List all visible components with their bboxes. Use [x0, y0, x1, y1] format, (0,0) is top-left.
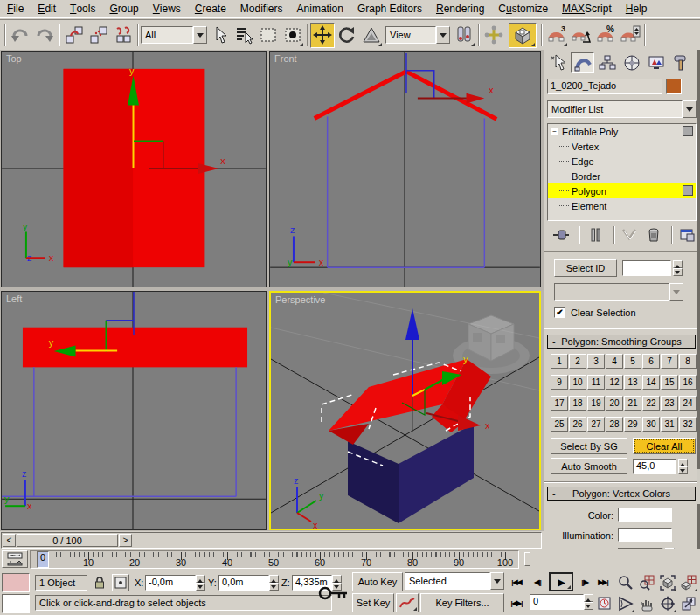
house-wireframe-front[interactable] — [328, 116, 485, 267]
tab-hierarchy[interactable] — [595, 52, 619, 73]
track-bar-splitter[interactable] — [524, 552, 530, 566]
set-keys-button[interactable] — [316, 576, 350, 611]
smoothing-group-32[interactable]: 32 — [679, 417, 697, 432]
smoothing-group-5[interactable]: 5 — [624, 354, 641, 369]
viewport-perspective[interactable]: Perspective — [269, 291, 541, 530]
auto-key-button[interactable]: Auto Key — [352, 572, 403, 591]
select-id-field[interactable] — [622, 260, 671, 276]
smoothing-group-22[interactable]: 22 — [642, 396, 660, 411]
stack-item-polygon[interactable]: Polygon — [548, 183, 696, 198]
smoothing-group-11[interactable]: 11 — [587, 375, 605, 390]
key-mode-toggle[interactable]: |◀▶| — [507, 594, 526, 612]
smoothing-group-28[interactable]: 28 — [606, 417, 623, 432]
smoothing-group-24[interactable]: 24 — [679, 396, 697, 411]
material-id-arrow[interactable] — [669, 283, 683, 301]
time-slider-handle[interactable]: 0 / 100 — [17, 534, 118, 547]
smoothing-group-9[interactable]: 9 — [551, 375, 568, 390]
smoothing-group-16[interactable]: 16 — [679, 375, 697, 390]
open-mini-curve-editor-button[interactable] — [2, 550, 28, 568]
menu-maxscript[interactable]: MAXScript — [555, 0, 619, 18]
y-spinner[interactable] — [269, 575, 279, 591]
select-by-name-button[interactable] — [232, 23, 256, 48]
smoothing-group-3[interactable]: 3 — [587, 354, 605, 369]
angle-snap-toggle-button[interactable] — [569, 23, 593, 48]
smoothing-group-2[interactable]: 2 — [569, 354, 586, 369]
menu-modifiers[interactable]: Modifiers — [233, 0, 290, 18]
smoothing-group-7[interactable]: 7 — [661, 354, 678, 369]
viewport-label-perspective[interactable]: Perspective — [275, 294, 325, 305]
smoothing-group-26[interactable]: 26 — [569, 417, 586, 432]
modifier-stack-list[interactable]: −Editable PolyVertexEdgeBorderPolygonEle… — [547, 123, 697, 221]
select-and-move-button[interactable] — [310, 23, 335, 48]
previous-frame-arrow[interactable]: < — [3, 534, 16, 547]
spinner-down-icon[interactable] — [673, 268, 683, 276]
default-tangents-button[interactable] — [396, 593, 419, 612]
frame-spinner[interactable] — [584, 594, 593, 610]
viewport-label-front[interactable]: Front — [274, 53, 297, 64]
smoothing-group-20[interactable]: 20 — [606, 396, 623, 411]
time-slider-track[interactable]: < 0 / 100 > — [1, 532, 542, 549]
tab-modify[interactable] — [571, 52, 594, 73]
scrollbar-handle[interactable] — [697, 469, 700, 504]
current-frame-marker[interactable]: 0 — [37, 551, 49, 568]
x-spinner[interactable] — [196, 575, 205, 591]
arc-rotate-button[interactable] — [657, 594, 677, 613]
menu-tools[interactable]: Tools — [63, 0, 102, 18]
smoothing-group-17[interactable]: 17 — [551, 396, 568, 411]
y-coordinate-field[interactable]: 0,0m — [218, 575, 269, 591]
viewport-label-top[interactable]: Top — [6, 53, 22, 64]
pin-stack-button[interactable] — [551, 226, 572, 244]
house-model[interactable] — [329, 359, 491, 523]
selection-lock-toggle[interactable] — [91, 575, 108, 591]
select-and-scale-button[interactable] — [359, 23, 384, 48]
show-end-result-button[interactable] — [586, 226, 606, 244]
spinner-up-icon[interactable] — [584, 594, 593, 602]
select-and-manipulate-button[interactable] — [482, 23, 506, 48]
modifier-list-arrow[interactable] — [683, 100, 697, 118]
stack-item-vertex[interactable]: Vertex — [548, 139, 696, 154]
x-coordinate-field[interactable]: -0,0m — [145, 575, 196, 591]
field-of-view-button[interactable] — [615, 594, 635, 613]
next-frame-arrow[interactable]: > — [119, 534, 132, 547]
go-to-end-button[interactable]: ▶▶| — [594, 573, 612, 591]
viewport-top[interactable]: Top y x — [1, 51, 267, 287]
select-object-button[interactable] — [207, 23, 232, 48]
vertex-color-swatch[interactable] — [618, 508, 672, 522]
rollout-smoothing-groups[interactable]: - Polygon: Smoothing Groups — [547, 335, 696, 349]
menu-graph-editors[interactable]: Graph Editors — [350, 0, 429, 18]
snaps-toggle-3-button[interactable]: 3 — [544, 23, 569, 48]
smoothing-group-31[interactable]: 31 — [661, 417, 678, 432]
smoothing-group-13[interactable]: 13 — [624, 375, 641, 390]
percent-snap-toggle-button[interactable]: % — [593, 23, 618, 48]
clear-selection-checkbox[interactable]: ✔ — [554, 307, 565, 318]
zoom-all-button[interactable] — [636, 573, 656, 592]
viewport-label-left[interactable]: Left — [6, 294, 22, 304]
stack-item-element[interactable]: Element — [548, 198, 696, 213]
smoothing-group-4[interactable]: 4 — [606, 354, 623, 369]
select-id-spinner[interactable] — [673, 260, 683, 276]
smoothing-group-30[interactable]: 30 — [642, 417, 660, 432]
pan-view-button[interactable] — [636, 594, 656, 613]
menu-rendering[interactable]: Rendering — [429, 0, 491, 18]
top-viewport-canvas[interactable]: y x y z x — [2, 52, 266, 287]
bind-to-space-warp-button[interactable] — [111, 23, 135, 48]
set-key-button[interactable]: Set Key — [352, 593, 394, 612]
tab-utilities[interactable] — [669, 52, 692, 73]
spinner-down-icon[interactable] — [678, 466, 688, 474]
object-name-field[interactable]: 1_0200_Tejado — [547, 79, 662, 94]
smoothing-group-29[interactable]: 29 — [624, 417, 641, 432]
house-wireframe-left[interactable] — [2, 367, 236, 496]
selection-filter-arrow[interactable] — [193, 26, 207, 44]
tab-motion[interactable] — [620, 52, 643, 73]
maxscript-listener-pane[interactable] — [2, 594, 30, 613]
previous-frame-button[interactable]: ◀|| — [528, 573, 547, 591]
key-filter-selection-dropdown[interactable]: Selected — [405, 572, 504, 590]
smoothing-group-21[interactable]: 21 — [624, 396, 641, 411]
perspective-viewport-canvas[interactable]: y x z y x — [271, 293, 539, 529]
absolute-mode-transform-toggle[interactable] — [112, 574, 129, 591]
current-frame-field[interactable]: 0 — [530, 594, 584, 610]
menu-animation[interactable]: Animation — [290, 0, 350, 18]
reference-coordinate-dropdown[interactable]: View — [385, 26, 450, 44]
stack-item-root[interactable]: −Editable Poly — [548, 124, 696, 139]
auto-smooth-spinner[interactable] — [678, 459, 688, 474]
